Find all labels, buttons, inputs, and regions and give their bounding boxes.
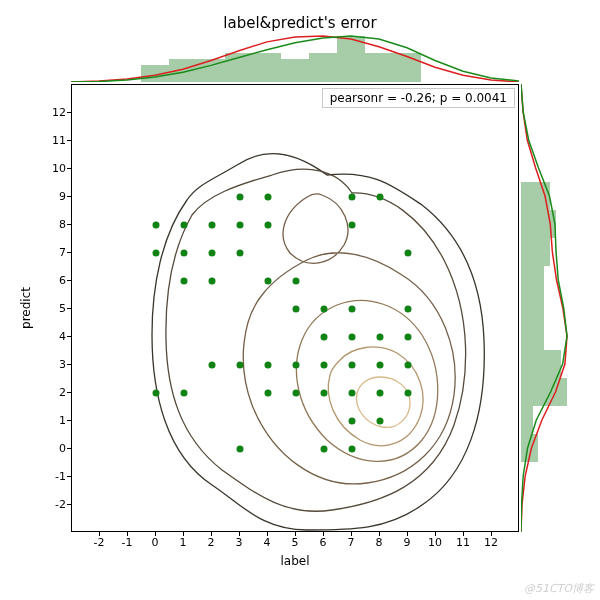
y-tick: 7 (59, 246, 66, 259)
x-tick: 8 (376, 536, 383, 549)
y-tick: 1 (59, 414, 66, 427)
scatter-point (237, 250, 244, 257)
scatter-point (377, 390, 384, 397)
y-tick: 4 (59, 330, 66, 343)
scatter-point (293, 362, 300, 369)
scatter-point (405, 306, 412, 313)
scatter-point (349, 222, 356, 229)
scatter-point (181, 390, 188, 397)
y-tick: 12 (52, 106, 66, 119)
scatter-point (153, 222, 160, 229)
x-tick: 11 (456, 536, 470, 549)
y-tick: 5 (59, 302, 66, 315)
scatter-point (209, 222, 216, 229)
scatter-point (209, 250, 216, 257)
scatter-point (321, 334, 328, 341)
scatter-point (321, 306, 328, 313)
scatter-point (209, 278, 216, 285)
scatter-point (349, 390, 356, 397)
scatter-point (377, 194, 384, 201)
scatter-point (265, 278, 272, 285)
x-tick: 3 (236, 536, 243, 549)
main-axes: pearsonr = -0.26; p = 0.0041 (71, 84, 519, 532)
scatter-point (181, 222, 188, 229)
y-tick: 2 (59, 386, 66, 399)
scatter-point (293, 278, 300, 285)
scatter-point (265, 222, 272, 229)
plot-title: label&predict's error (0, 14, 600, 32)
scatter-point (237, 194, 244, 201)
x-tick: 6 (320, 536, 327, 549)
y-tick: 6 (59, 274, 66, 287)
scatter-point (181, 278, 188, 285)
scatter-point (349, 362, 356, 369)
y-tick: 9 (59, 190, 66, 203)
scatter-point (405, 250, 412, 257)
x-tick: -2 (94, 536, 105, 549)
scatter-point (349, 334, 356, 341)
y-tick: -2 (55, 498, 66, 511)
x-tick: 10 (428, 536, 442, 549)
scatter-point (153, 250, 160, 257)
watermark: @51CTO博客 (524, 581, 594, 596)
scatter-point (377, 334, 384, 341)
x-tick: -1 (122, 536, 133, 549)
scatter-point (181, 250, 188, 257)
scatter-point (153, 390, 160, 397)
scatter-point (237, 446, 244, 453)
y-tick: 3 (59, 358, 66, 371)
pearson-annotation: pearsonr = -0.26; p = 0.0041 (322, 88, 515, 108)
scatter-point (321, 390, 328, 397)
scatter-point (349, 306, 356, 313)
scatter-point (349, 194, 356, 201)
y-tick: 10 (52, 162, 66, 175)
scatter-point (321, 362, 328, 369)
scatter-point (349, 418, 356, 425)
jointplot-figure: label&predict's error pearsonr = -0.26; … (0, 0, 600, 600)
scatter-point (293, 306, 300, 313)
scatter-point (293, 390, 300, 397)
scatter-point (405, 334, 412, 341)
x-tick: 1 (180, 536, 187, 549)
scatter-point (405, 390, 412, 397)
x-tick: 5 (292, 536, 299, 549)
scatter-point (237, 362, 244, 369)
y-tick: 8 (59, 218, 66, 231)
x-tick: 0 (152, 536, 159, 549)
right-marginal-axes (521, 84, 570, 532)
y-tick: -1 (55, 470, 66, 483)
scatter-point (265, 194, 272, 201)
y-tick: 11 (52, 134, 66, 147)
scatter-point (377, 362, 384, 369)
scatter-point (265, 362, 272, 369)
x-tick: 2 (208, 536, 215, 549)
y-tick: 0 (59, 442, 66, 455)
x-tick: 12 (484, 536, 498, 549)
scatter-point (321, 446, 328, 453)
scatter-point (209, 362, 216, 369)
scatter-point (377, 418, 384, 425)
top-marginal-axes (71, 33, 519, 82)
scatter-point (405, 362, 412, 369)
y-axis-label: predict (18, 84, 34, 532)
x-axis-label: label (71, 554, 519, 568)
scatter-point (349, 446, 356, 453)
x-tick: 9 (404, 536, 411, 549)
x-tick: 4 (264, 536, 271, 549)
scatter-point (265, 390, 272, 397)
scatter-point (237, 222, 244, 229)
x-tick: 7 (348, 536, 355, 549)
